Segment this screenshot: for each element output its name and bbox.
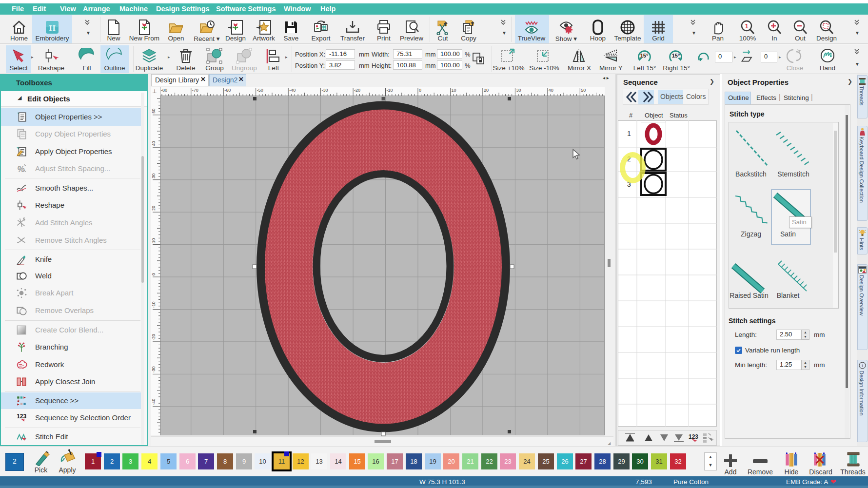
svg-text:i: i [862, 363, 863, 368]
